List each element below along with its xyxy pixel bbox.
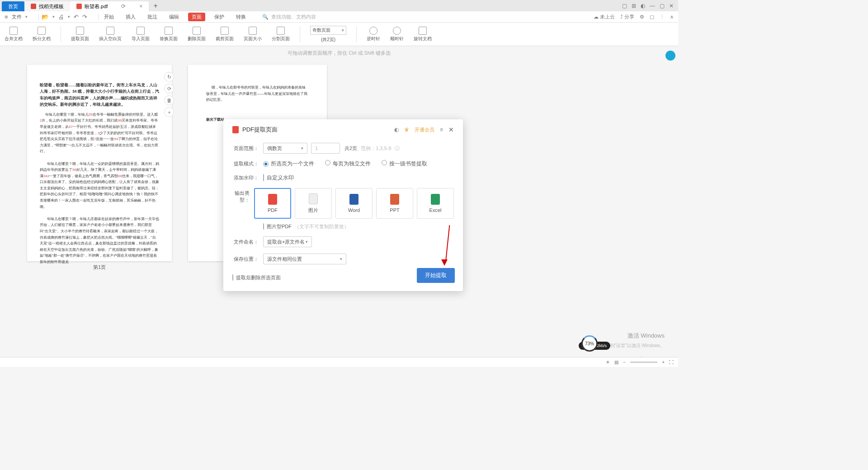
- avatar-icon[interactable]: ◐: [394, 127, 399, 133]
- layout-icon[interactable]: ▢: [622, 3, 627, 9]
- output-pdf-option[interactable]: PDF: [254, 188, 291, 219]
- fullscreen-icon[interactable]: ⛶: [669, 360, 674, 365]
- tab-annotate[interactable]: 批注: [145, 13, 160, 21]
- sidebar-toggle-icon[interactable]: ▢: [650, 14, 654, 20]
- windows-activation-hint: 转到"设置"以激活 Windows。: [606, 343, 665, 349]
- extract-page-button[interactable]: 提取页面: [71, 27, 89, 42]
- zoom-out-button[interactable]: −: [623, 360, 626, 365]
- page-range-input[interactable]: 1: [311, 143, 340, 154]
- replace-icon[interactable]: ⟳: [164, 84, 174, 94]
- tab-convert[interactable]: 转换: [233, 13, 249, 21]
- dialog-title: PDF提取页面: [242, 126, 278, 134]
- rotate-ccw-button[interactable]: 逆时针: [367, 27, 380, 42]
- share-button[interactable]: ⤴ 分享: [620, 14, 634, 20]
- split-docs-button[interactable]: 拆分文档: [33, 27, 51, 42]
- tab-label: 盼望着.pdf: [85, 3, 108, 10]
- settings-icon[interactable]: ⚙: [640, 14, 644, 20]
- merge-docs-button[interactable]: 合并文档: [5, 27, 23, 42]
- output-type-label: 输出类型：: [232, 190, 250, 203]
- maximize-button[interactable]: ▢: [660, 3, 665, 9]
- minimize-button[interactable]: —: [650, 3, 655, 9]
- tab-edit[interactable]: 编辑: [166, 13, 182, 21]
- new-tab-button[interactable]: +: [149, 2, 162, 10]
- page-1-thumbnail[interactable]: 盼望着，盼望着……随着以盼的新年近了。街市上车水马龙，人山人海，好不热闹。34 …: [27, 65, 172, 261]
- more-icon[interactable]: ⋮: [660, 14, 665, 20]
- tab-home[interactable]: 首页: [2, 1, 24, 11]
- close-button[interactable]: ✕: [669, 3, 674, 9]
- view-mode-icon[interactable]: ▤: [614, 360, 618, 365]
- page-range-select[interactable]: 偶数页▾: [263, 143, 307, 154]
- menu-icon[interactable]: ≡: [440, 127, 443, 133]
- page-count-label: (共2页): [321, 37, 335, 43]
- redo-icon[interactable]: ↷: [82, 14, 87, 20]
- tab-start[interactable]: 开始: [101, 13, 117, 21]
- assistant-badge[interactable]: [665, 51, 675, 61]
- menu-icon[interactable]: ≡: [5, 14, 8, 20]
- rotate-icon[interactable]: ↻: [164, 72, 174, 82]
- save-location-label: 保存位置：: [232, 256, 259, 263]
- mode-by-bookmark[interactable]: 按一级书签提取: [382, 160, 427, 168]
- tab-label: 找稻壳模板: [39, 3, 64, 10]
- filename-select[interactable]: 提取自+原文件名▾: [263, 236, 312, 247]
- save-location-select[interactable]: 源文件相同位置▾: [263, 254, 346, 264]
- zoom-in-button[interactable]: +: [662, 360, 665, 365]
- page-text: 年味儿在哪里？嗯，年味儿55在爷爷一幅幅笔墨纵肆的对联里。进入腊2月，街上的小商…: [40, 112, 159, 265]
- status-bar: ☀ ▤ − + ⛶: [0, 357, 678, 367]
- replace-page-button[interactable]: 替换页面: [160, 27, 178, 42]
- cloud-status[interactable]: ☁ 未上云: [594, 14, 615, 20]
- search-placeholder: 查找功能、文档内容: [271, 14, 316, 20]
- custom-watermark-check[interactable]: 自定义水印: [263, 174, 294, 182]
- output-excel-option[interactable]: Excel: [417, 188, 454, 219]
- file-menu[interactable]: 文件: [12, 14, 22, 20]
- mode-per-page[interactable]: 每页为独立文件: [325, 160, 371, 168]
- docer-icon: [31, 4, 36, 9]
- output-word-option[interactable]: Word: [335, 188, 373, 219]
- ribbon-tabs: 开始 插入 批注 编辑 页面 保护 转换: [101, 13, 249, 21]
- pdf-icon: [232, 126, 239, 133]
- output-image-option[interactable]: 图片: [295, 188, 332, 219]
- tab-refresh-icon[interactable]: ⟳: [121, 3, 126, 9]
- insert-blank-button[interactable]: 插入空白页: [99, 27, 122, 42]
- page-size-button[interactable]: 页面大小: [244, 27, 262, 42]
- tab-protect[interactable]: 保护: [212, 13, 227, 21]
- tab-page[interactable]: 页面: [188, 13, 205, 21]
- avatar-icon[interactable]: ◐: [641, 3, 645, 9]
- tab-current-document[interactable]: 盼望着.pdf⟳×: [70, 1, 149, 11]
- undo-icon[interactable]: ↶: [74, 14, 79, 20]
- rotate-cw-button[interactable]: 顺时针: [390, 27, 404, 42]
- delete-after-check[interactable]: 提取后删除所选页面: [232, 274, 281, 281]
- hint-bar: 可拖动调整页面顺序，按住 Ctrl 或 Shift 键多选: [0, 46, 678, 60]
- document-tabbar: 首页 找稻壳模板 盼望着.pdf⟳× + ▢ ⊞ ◐ — ▢ ✕: [0, 0, 678, 11]
- watermark-label: 添加水印：: [232, 174, 259, 181]
- info-icon[interactable]: ⓘ: [395, 145, 400, 152]
- image-pdf-hint: （文字不可复制防篡改）: [294, 223, 349, 230]
- brightness-icon[interactable]: ☀: [606, 360, 610, 365]
- tab-template-store[interactable]: 找稻壳模板: [24, 1, 70, 11]
- apps-icon[interactable]: ⊞: [632, 3, 636, 9]
- page-filter-select[interactable]: 奇数页面▾: [310, 26, 346, 35]
- search-icon: 🔍: [262, 14, 269, 20]
- open-icon[interactable]: 📂: [42, 14, 49, 20]
- start-extract-button[interactable]: 开始提取: [417, 268, 455, 283]
- tab-close-icon[interactable]: ×: [139, 3, 142, 9]
- add-icon[interactable]: ＋: [164, 107, 174, 117]
- split-page-button[interactable]: 分割页面: [272, 27, 290, 42]
- tab-insert[interactable]: 插入: [123, 13, 138, 21]
- delete-page-button[interactable]: 删除页面: [188, 27, 206, 42]
- search-box[interactable]: 🔍 查找功能、文档内容: [262, 14, 316, 20]
- import-page-button[interactable]: 导入页面: [132, 27, 150, 42]
- zoom-slider[interactable]: [630, 362, 657, 363]
- pdf-icon: [76, 4, 82, 9]
- print-icon[interactable]: 🖨: [58, 14, 64, 20]
- perf-ring[interactable]: 73%: [581, 335, 598, 352]
- image-pdf-check[interactable]: 图片型PDF: [263, 223, 292, 230]
- page-1-wrap: 盼望着，盼望着……随着以盼的新年近了。街市上车水马龙，人山人海，好不热闹。34 …: [27, 65, 172, 271]
- output-ppt-option[interactable]: PPT: [376, 188, 413, 219]
- close-button[interactable]: ✕: [448, 126, 454, 133]
- rotate-doc-button[interactable]: 旋转文档: [414, 27, 432, 42]
- crop-page-button[interactable]: 裁剪页面: [216, 27, 234, 42]
- delete-icon[interactable]: 🗑: [164, 95, 174, 105]
- upgrade-link[interactable]: 开通会员: [415, 127, 434, 133]
- mode-single-file[interactable]: 所选页为一个文件: [263, 160, 314, 168]
- collapse-icon[interactable]: ∧: [670, 14, 674, 20]
